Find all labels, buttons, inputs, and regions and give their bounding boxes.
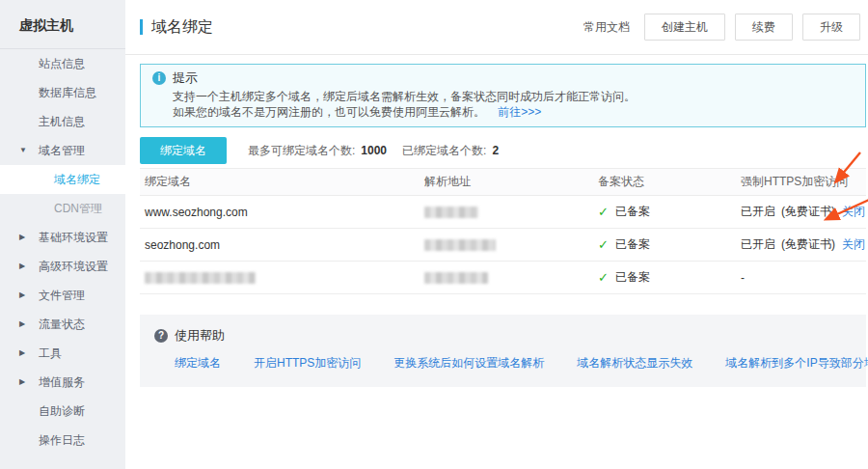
icp-status-cell: ✓ 已备案	[593, 204, 736, 220]
domain-cell: www.seozhong.com	[140, 206, 420, 219]
notice-body: 支持一个主机绑定多个域名，绑定后域名需解析生效，备案状态同时成功后才能正常访问。…	[173, 89, 854, 120]
resolve-address-cell	[420, 272, 593, 284]
help-link-change-system-dns[interactable]: 更换系统后如何设置域名解析	[393, 355, 544, 372]
sidebar-item-operation-log[interactable]: 操作日志	[0, 426, 125, 455]
caret-right-icon: ▶	[19, 368, 25, 397]
sidebar-item-value-services[interactable]: ▶ 增值服务	[0, 368, 125, 397]
title-accent-bar	[140, 19, 143, 35]
https-state: -	[741, 271, 745, 285]
quota-info: 最多可绑定域名个数: 1000 已绑定域名个数: 2	[248, 143, 499, 159]
table-row: ✓ 已备案 -	[140, 262, 866, 294]
content-area: i 提示 支持一个主机绑定多个域名，绑定后域名需解析生效，备案状态同时成功后才能…	[125, 55, 868, 387]
col-header-https: 强制HTTPS加密访问	[736, 174, 866, 190]
notice-line-2: 如果您的域名不是万网注册的，也可以免费使用阿里云解析。 前往>>>	[173, 104, 854, 120]
sidebar-item-label: 数据库信息	[39, 86, 96, 99]
cert-type: (免费证书)	[781, 236, 835, 253]
info-icon: i	[152, 71, 166, 85]
cert-type: (免费证书)	[781, 204, 835, 220]
sidebar-item-cdn-mgmt[interactable]: CDN管理	[0, 194, 125, 223]
sidebar-item-advanced-env[interactable]: ▶ 高级环境设置	[0, 252, 125, 281]
help-title-row: ? 使用帮助	[154, 327, 852, 345]
table-row: www.seozhong.com ✓ 已备案 已开启 (免费证书) 关闭	[140, 196, 866, 229]
sidebar-item-file-mgmt[interactable]: ▶ 文件管理	[0, 281, 125, 310]
resolve-address-cell	[420, 207, 593, 218]
sidebar-item-label: 域名管理	[39, 144, 85, 157]
question-icon: ?	[154, 329, 168, 343]
sidebar-item-label: 站点信息	[39, 57, 85, 70]
sidebar-item-label: 操作日志	[39, 433, 85, 447]
max-domains-value: 1000	[361, 144, 387, 157]
docs-link[interactable]: 常用文档	[583, 19, 630, 36]
https-cell: 已开启 (免费证书) 关闭	[736, 236, 866, 253]
icp-status-text: 已备案	[615, 269, 650, 286]
goto-link[interactable]: 前往>>>	[498, 105, 541, 119]
bound-domains-label: 已绑定域名个数:	[402, 143, 486, 159]
sidebar-item-tools[interactable]: ▶ 工具	[0, 339, 125, 368]
notice-box: i 提示 支持一个主机绑定多个域名，绑定后域名需解析生效，备案状态同时成功后才能…	[140, 64, 866, 127]
bound-domains-value: 2	[492, 144, 499, 157]
sidebar-item-basic-env[interactable]: ▶ 基础环境设置	[0, 223, 125, 252]
help-link-bind-domain[interactable]: 绑定域名	[175, 355, 221, 372]
notice-title-row: i 提示	[152, 70, 854, 86]
domain-cell	[140, 272, 420, 284]
https-close-link[interactable]: 关闭	[842, 236, 865, 253]
table-row: seozhong.com ✓ 已备案 已开启 (免费证书) 关闭	[140, 229, 866, 262]
bind-domain-button[interactable]: 绑定域名	[140, 137, 227, 164]
domains-table: 绑定域名 解析地址 备案状态 强制HTTPS加密访问 www.seozhong.…	[140, 168, 866, 294]
help-box: ? 使用帮助 绑定域名 开启HTTPS加密访问 更换系统后如何设置域名解析 域名…	[140, 315, 866, 387]
caret-down-icon: ▼	[19, 136, 27, 165]
https-cell: 已开启 (免费证书) 关闭	[736, 204, 866, 220]
sidebar-item-label: CDN管理	[54, 202, 102, 215]
https-cell: -	[736, 271, 866, 285]
resolve-address-cell	[420, 239, 593, 251]
sidebar-item-database-info[interactable]: 数据库信息	[0, 78, 125, 107]
col-header-icp-status: 备案状态	[593, 174, 736, 190]
sidebar-item-label: 流量状态	[39, 317, 85, 331]
icp-status-text: 已备案	[615, 204, 650, 220]
redacted-resolve-address	[424, 239, 496, 251]
caret-right-icon: ▶	[19, 310, 25, 339]
sidebar-item-domain-mgmt[interactable]: ▼ 域名管理	[0, 136, 125, 165]
sidebar-item-label: 域名绑定	[54, 173, 100, 186]
check-icon: ✓	[598, 205, 609, 219]
notice-line-2-text: 如果您的域名不是万网注册的，也可以免费使用阿里云解析。	[173, 105, 485, 119]
page-title: 域名绑定	[140, 17, 213, 38]
sidebar-item-host-info[interactable]: 主机信息	[0, 107, 125, 136]
sidebar: 虚拟主机 站点信息 数据库信息 主机信息 ▼ 域名管理 域名绑定 CDN管理 ▶…	[0, 0, 125, 469]
https-state: 已开启	[741, 236, 775, 253]
sidebar-item-label: 文件管理	[39, 289, 85, 302]
sidebar-item-label: 自助诊断	[39, 404, 85, 418]
header-actions: 常用文档 创建主机 续费 升级	[583, 14, 860, 41]
sidebar-item-label: 主机信息	[39, 115, 85, 128]
help-link-multi-ip-issue[interactable]: 域名解析到多个IP导致部分地区网站无法打开	[725, 355, 868, 372]
notice-line-1: 支持一个主机绑定多个域名，绑定后域名需解析生效，备案状态同时成功后才能正常访问。	[173, 89, 854, 104]
col-header-resolve-address: 解析地址	[420, 174, 593, 190]
domain-cell: seozhong.com	[140, 238, 420, 252]
sidebar-item-label: 高级环境设置	[39, 260, 108, 273]
https-close-link[interactable]: 关闭	[842, 204, 865, 220]
caret-right-icon: ▶	[19, 339, 25, 368]
sidebar-item-self-diagnosis[interactable]: 自助诊断	[0, 397, 125, 426]
sidebar-item-site-info[interactable]: 站点信息	[0, 49, 125, 78]
notice-title: 提示	[173, 69, 198, 87]
page-title-text: 域名绑定	[151, 17, 213, 38]
help-link-dns-status-invalid[interactable]: 域名解析状态显示失效	[577, 355, 692, 372]
create-host-button[interactable]: 创建主机	[644, 14, 725, 41]
app-title: 虚拟主机	[0, 0, 125, 49]
redacted-resolve-address	[424, 272, 488, 284]
renew-button[interactable]: 续费	[735, 14, 793, 41]
help-links: 绑定域名 开启HTTPS加密访问 更换系统后如何设置域名解析 域名解析状态显示失…	[175, 355, 852, 372]
icp-status-cell: ✓ 已备案	[593, 236, 736, 253]
sidebar-item-label: 增值服务	[39, 375, 85, 389]
icp-status-cell: ✓ 已备案	[593, 269, 736, 286]
https-state: 已开启	[741, 204, 775, 220]
caret-right-icon: ▶	[19, 223, 25, 252]
redacted-resolve-address	[424, 207, 478, 218]
caret-right-icon: ▶	[19, 281, 25, 310]
sidebar-item-traffic-status[interactable]: ▶ 流量状态	[0, 310, 125, 339]
upgrade-button[interactable]: 升级	[802, 14, 860, 41]
max-domains-label: 最多可绑定域名个数:	[248, 143, 355, 159]
help-link-enable-https[interactable]: 开启HTTPS加密访问	[254, 355, 361, 372]
redacted-domain	[145, 272, 256, 284]
sidebar-item-domain-bind[interactable]: 域名绑定	[0, 165, 125, 194]
